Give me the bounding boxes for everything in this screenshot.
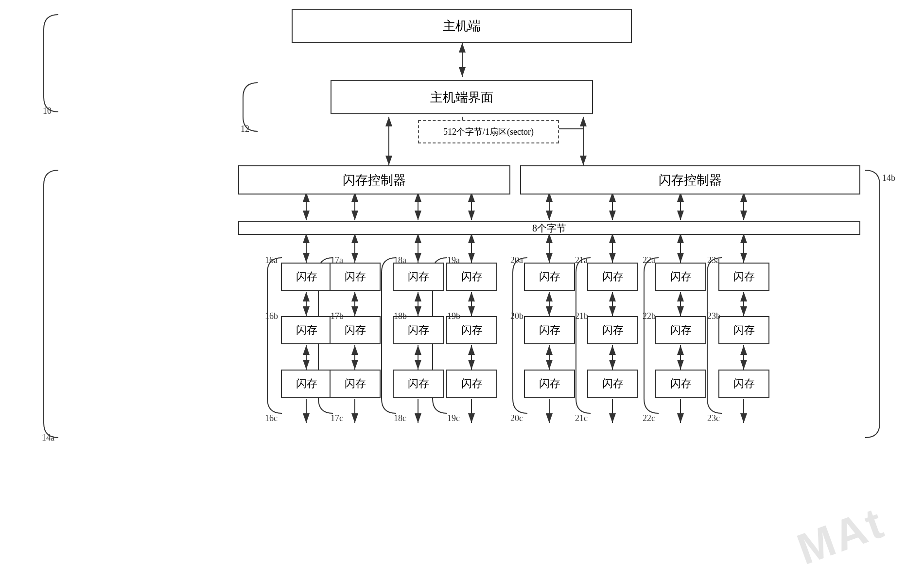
label-21b: 21b <box>575 311 588 321</box>
label-19a: 19a <box>447 255 460 265</box>
label-21c: 21c <box>575 413 588 424</box>
label-10: 10 <box>43 106 52 116</box>
label-23a: 23a <box>707 255 720 265</box>
label-22b: 22b <box>643 311 656 321</box>
label-20b: 20b <box>510 311 523 321</box>
flash-22c: 闪存 <box>655 370 706 398</box>
flash-19c: 闪存 <box>446 370 497 398</box>
label-18a: 18a <box>394 255 406 265</box>
label-18b: 18b <box>394 311 407 321</box>
label-14a: 14a <box>42 433 54 443</box>
label-22c: 22c <box>643 413 655 424</box>
label-19c: 19c <box>447 413 460 424</box>
bus-bar: 8个字节 <box>238 221 860 235</box>
host-interface-box: 主机端界面 <box>331 80 593 114</box>
label-20c: 20c <box>510 413 523 424</box>
label-12: 12 <box>241 124 249 134</box>
host-box: 主机端 <box>292 9 632 43</box>
flash-17c: 闪存 <box>330 370 381 398</box>
sector-box: 512个字节/1扇区(sector) <box>418 120 559 143</box>
flash-16a: 闪存 <box>281 263 332 291</box>
label-16c: 16c <box>265 413 278 424</box>
sector-label: 512个字节/1扇区(sector) <box>443 126 534 138</box>
flash-23c: 闪存 <box>718 370 769 398</box>
flash-ctrl-left-label: 闪存控制器 <box>343 172 406 189</box>
flash-16c: 闪存 <box>281 370 332 398</box>
flash-ctrl-right-box: 闪存控制器 <box>520 165 860 195</box>
label-21a: 21a <box>575 255 588 265</box>
flash-16b: 闪存 <box>281 316 332 344</box>
watermark: MAt <box>791 497 891 566</box>
label-17a: 17a <box>331 255 343 265</box>
flash-19a: 闪存 <box>446 263 497 291</box>
flash-ctrl-right-label: 闪存控制器 <box>659 172 722 189</box>
flash-22b: 闪存 <box>655 316 706 344</box>
label-23b: 23b <box>707 311 720 321</box>
flash-20b: 闪存 <box>524 316 575 344</box>
label-19b: 19b <box>447 311 460 321</box>
label-17c: 17c <box>331 413 343 424</box>
label-16a: 16a <box>265 255 278 265</box>
label-16b: 16b <box>265 311 278 321</box>
flash-23b: 闪存 <box>718 316 769 344</box>
diagram-container: 主机端 主机端界面 512个字节/1扇区(sector) 闪存控制器 闪存控制器… <box>0 0 924 566</box>
flash-ctrl-left-box: 闪存控制器 <box>238 165 510 195</box>
label-23c: 23c <box>707 413 720 424</box>
flash-22a: 闪存 <box>655 263 706 291</box>
flash-23a: 闪存 <box>718 263 769 291</box>
flash-20c: 闪存 <box>524 370 575 398</box>
flash-17a: 闪存 <box>330 263 381 291</box>
label-18c: 18c <box>394 413 406 424</box>
flash-18a: 闪存 <box>393 263 444 291</box>
label-17b: 17b <box>331 311 344 321</box>
flash-21a: 闪存 <box>587 263 638 291</box>
label-22a: 22a <box>643 255 655 265</box>
flash-18c: 闪存 <box>393 370 444 398</box>
bus-label: 8个字节 <box>532 222 566 235</box>
flash-21c: 闪存 <box>587 370 638 398</box>
label-14b: 14b <box>882 173 895 183</box>
host-label: 主机端 <box>443 18 481 35</box>
label-20a: 20a <box>510 255 523 265</box>
flash-20a: 闪存 <box>524 263 575 291</box>
flash-21b: 闪存 <box>587 316 638 344</box>
host-interface-label: 主机端界面 <box>430 89 493 106</box>
